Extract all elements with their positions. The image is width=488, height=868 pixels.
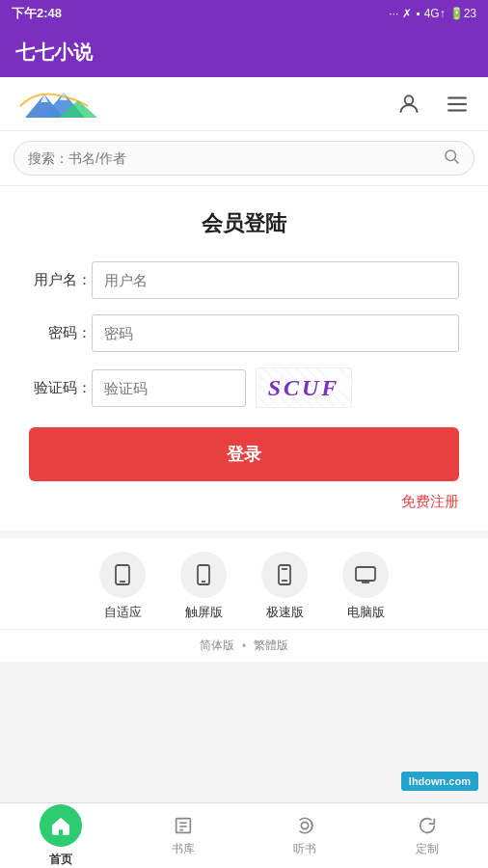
touch-label: 触屏版 (185, 604, 223, 621)
register-link-wrap: 免费注册 (29, 493, 459, 511)
status-bar: 下午2:48 ··· ✗ ▪ 4G↑ 🔋23 (0, 0, 488, 27)
settings-icon (417, 815, 438, 836)
login-title: 会员登陆 (29, 209, 459, 238)
simplified-text: 简体版 (200, 637, 234, 654)
search-input[interactable] (28, 150, 443, 166)
traditional-text: 繁體版 (254, 637, 288, 654)
tab-listen[interactable]: 听书 (244, 803, 366, 868)
touch-icon (180, 552, 227, 598)
tab-library[interactable]: 书库 (122, 803, 245, 868)
version-switcher: 自适应 触屏版 极速版 (0, 538, 488, 662)
separator-dot: • (242, 639, 246, 653)
adaptive-label: 自适应 (104, 604, 142, 621)
version-item-desktop[interactable]: 电脑版 (342, 552, 389, 621)
captcha-row: 验证码： SCUF (29, 367, 459, 408)
version-icons-row: 自适应 触屏版 极速版 (0, 552, 488, 621)
username-input[interactable] (92, 261, 459, 299)
search-input-wrap[interactable] (14, 141, 474, 176)
password-label: 密码： (29, 324, 92, 342)
bottom-tab-bar: 首页 书库 听书 定制 (0, 802, 488, 868)
captcha-label: 验证码： (29, 379, 92, 397)
signal-dots: ··· (389, 7, 398, 20)
svg-point-5 (405, 95, 414, 104)
status-icons: ··· ✗ ▪ 4G↑ 🔋23 (389, 7, 476, 20)
desktop-icon (342, 552, 389, 598)
tab-settings-label: 定制 (416, 841, 439, 857)
tab-library-label: 书库 (172, 841, 195, 857)
svg-point-9 (446, 150, 456, 161)
register-link[interactable]: 免费注册 (401, 493, 459, 509)
login-button[interactable]: 登录 (29, 427, 459, 481)
menu-icon[interactable] (442, 89, 473, 120)
main-content: 会员登陆 用户名： 密码： 验证码： SCUF 登录 免费注册 (0, 186, 488, 530)
desktop-label: 电脑版 (347, 604, 385, 621)
tab-listen-label: 听书 (293, 841, 316, 857)
network-icon: ▪ (416, 7, 420, 20)
tab-home[interactable]: 首页 (0, 803, 122, 868)
4g-icon: 4G↑ (424, 7, 446, 20)
battery-icon: 🔋23 (449, 7, 476, 20)
home-icon (40, 804, 82, 847)
fast-label: 极速版 (266, 604, 304, 621)
search-icon[interactable] (443, 148, 460, 169)
nav-bar (0, 77, 488, 131)
tab-home-label: 首页 (49, 852, 72, 868)
watermark: lhdown.com (401, 772, 478, 791)
password-row: 密码： (29, 314, 459, 352)
tab-settings[interactable]: 定制 (366, 803, 489, 868)
password-input[interactable] (92, 314, 459, 352)
user-icon[interactable] (393, 89, 424, 120)
fast-icon (261, 552, 308, 598)
username-label: 用户名： (29, 271, 92, 289)
version-item-touch[interactable]: 触屏版 (180, 552, 227, 621)
username-row: 用户名： (29, 261, 459, 299)
logo-area (15, 87, 102, 122)
app-title: 七七小说 (15, 40, 93, 66)
status-time: 下午2:48 (12, 5, 62, 22)
nav-icons (393, 89, 473, 120)
search-bar (0, 131, 488, 186)
version-item-fast[interactable]: 极速版 (261, 552, 308, 621)
adaptive-icon (99, 552, 146, 598)
app-header: 七七小说 (0, 27, 488, 77)
library-icon (173, 815, 194, 836)
svg-line-10 (454, 159, 458, 163)
wifi-icon: ✗ (402, 7, 412, 20)
logo-image (15, 87, 102, 122)
captcha-input[interactable] (92, 369, 246, 407)
version-text-row: 简体版 • 繁體版 (0, 629, 488, 654)
listen-icon (294, 815, 315, 836)
svg-rect-18 (356, 567, 375, 581)
svg-rect-15 (279, 565, 290, 584)
svg-point-25 (302, 822, 309, 828)
version-item-adaptive[interactable]: 自适应 (99, 552, 146, 621)
captcha-image[interactable]: SCUF (256, 367, 352, 408)
